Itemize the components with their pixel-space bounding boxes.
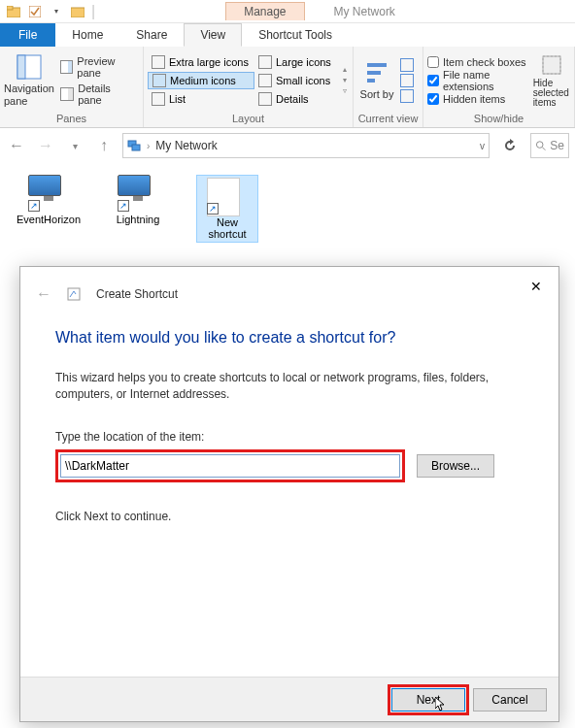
ribbon-tabs: File Home Share View Shortcut Tools	[0, 23, 575, 47]
preview-pane-icon	[60, 60, 73, 74]
tab-view[interactable]: View	[184, 23, 242, 47]
hide-selected-button[interactable]: Hide selected items	[533, 53, 570, 108]
svg-rect-6	[367, 63, 387, 67]
layout-list[interactable]: List	[148, 90, 254, 108]
back-button[interactable]: ←	[6, 135, 27, 156]
browse-button[interactable]: Browse...	[417, 454, 494, 478]
size-columns-icon[interactable]	[400, 89, 414, 103]
wizard-header: ← Create Shortcut ✕	[20, 267, 558, 321]
recent-locations-button[interactable]: ▾	[64, 135, 85, 156]
tab-shortcut-tools[interactable]: Shortcut Tools	[242, 23, 349, 47]
wizard-footer: Next Cancel	[20, 677, 558, 721]
tab-home[interactable]: Home	[55, 23, 119, 47]
address-bar[interactable]: › My Network v	[122, 133, 490, 158]
layout-large-icons[interactable]: Large icons	[254, 53, 336, 71]
file-name-extensions-toggle[interactable]: File name extensions	[427, 72, 529, 89]
next-button-label: Next	[417, 693, 441, 707]
address-dropdown-icon[interactable]: v	[480, 141, 485, 151]
layout-group-label: Layout	[148, 112, 349, 125]
shortcut-overlay-icon: ↗	[207, 203, 219, 215]
sort-by-button[interactable]: Sort by	[357, 49, 396, 112]
address-bar-row: ← → ▾ ↑ › My Network v Se	[0, 128, 575, 163]
ribbon: Navigation pane Preview pane Details pan…	[0, 47, 575, 128]
location-input[interactable]	[60, 454, 400, 478]
window-titlebar: ▾ | Manage My Network	[0, 0, 575, 23]
contextual-tab-manage[interactable]: Manage	[225, 2, 304, 20]
path-chevron-icon[interactable]: ›	[147, 141, 150, 151]
svg-rect-7	[367, 71, 381, 75]
large-icons-label: Large icons	[276, 56, 331, 68]
svg-rect-1	[7, 6, 13, 10]
hidden-items-toggle[interactable]: Hidden items	[427, 90, 529, 108]
details-pane-label: Details pane	[78, 83, 137, 106]
ribbon-group-showhide: Item check boxes File name extensions Hi…	[423, 47, 575, 127]
details-pane-icon	[60, 87, 74, 101]
layout-extra-large-icons[interactable]: Extra large icons	[148, 53, 254, 71]
layout-scroll-down-icon[interactable]: ▾	[343, 76, 347, 84]
qat-dropdown-icon[interactable]: ▾	[49, 4, 64, 19]
panes-group-label: Panes	[4, 112, 139, 125]
wizard-close-button[interactable]: ✕	[522, 275, 551, 298]
window-title: My Network	[334, 5, 395, 18]
search-box[interactable]: Se	[530, 133, 569, 158]
hide-selected-label: Hide selected items	[533, 79, 570, 108]
refresh-button[interactable]	[497, 133, 523, 158]
item-check-label: Item check boxes	[443, 56, 526, 68]
layout-expand-icon[interactable]: ▿	[343, 86, 347, 95]
layout-details[interactable]: Details	[254, 90, 336, 108]
wizard-heading: What item would you like to create a sho…	[55, 329, 524, 347]
tab-share[interactable]: Share	[119, 23, 184, 47]
svg-rect-3	[71, 8, 85, 17]
navigation-pane-button[interactable]: Navigation pane	[4, 49, 54, 112]
item-label: Lightning	[117, 214, 160, 225]
blank-file-icon: ↗	[207, 178, 248, 215]
showhide-group-label: Show/hide	[427, 112, 570, 125]
shortcut-overlay-icon: ↗	[118, 200, 129, 212]
medium-icons-label: Medium icons	[170, 75, 236, 86]
file-ext-checkbox[interactable]	[427, 75, 439, 86]
list-item-selected[interactable]: ↗ New shortcut	[196, 175, 258, 243]
preview-pane-label: Preview pane	[77, 55, 137, 79]
separator: |	[91, 3, 95, 20]
tab-file[interactable]: File	[0, 23, 55, 47]
svg-rect-5	[17, 55, 25, 79]
computer-icon: ↗	[28, 175, 69, 212]
svg-rect-8	[367, 79, 375, 83]
up-button[interactable]: ↑	[93, 135, 115, 156]
list-item[interactable]: ↗ EventHorizon	[17, 175, 80, 243]
hidden-items-label: Hidden items	[443, 93, 505, 105]
checkbox-icon[interactable]	[27, 4, 43, 19]
item-label: New shortcut	[199, 216, 255, 240]
svg-rect-15	[68, 288, 80, 300]
xl-icons-label: Extra large icons	[169, 56, 249, 68]
add-columns-icon[interactable]	[400, 74, 414, 87]
svg-rect-2	[29, 6, 41, 17]
medium-icons-icon	[152, 74, 166, 87]
forward-button[interactable]: →	[35, 135, 56, 156]
item-check-boxes-checkbox[interactable]	[427, 56, 439, 68]
search-icon	[535, 140, 546, 151]
list-label: List	[169, 93, 186, 105]
layout-medium-icons[interactable]: Medium icons	[148, 72, 254, 89]
hidden-items-checkbox[interactable]	[427, 93, 439, 105]
layout-small-icons[interactable]: Small icons	[254, 72, 336, 89]
group-by-icon[interactable]	[400, 58, 414, 72]
list-icon	[152, 92, 165, 106]
list-item[interactable]: ↗ Lightning	[107, 175, 169, 243]
details-pane-button[interactable]: Details pane	[58, 82, 139, 107]
sort-by-label: Sort by	[360, 88, 394, 100]
wizard-app-icon	[67, 287, 81, 301]
details-icon	[258, 92, 272, 106]
create-shortcut-wizard: ← Create Shortcut ✕ What item would you …	[19, 266, 559, 722]
layout-scroll-up-icon[interactable]: ▴	[343, 65, 347, 74]
shortcut-overlay-icon: ↗	[28, 200, 40, 212]
location-label: Type the location of the item:	[55, 430, 524, 444]
next-button[interactable]: Next	[391, 688, 465, 711]
current-view-group-label: Current view	[357, 112, 419, 125]
file-list: ↗ EventHorizon ↗ Lightning ↗ New shortcu…	[0, 163, 575, 254]
wizard-description: This wizard helps you to create shortcut…	[55, 370, 524, 403]
ribbon-group-panes: Navigation pane Preview pane Details pan…	[0, 47, 144, 127]
preview-pane-button[interactable]: Preview pane	[58, 54, 139, 80]
cancel-button[interactable]: Cancel	[473, 688, 547, 711]
folder-icon	[6, 4, 21, 19]
